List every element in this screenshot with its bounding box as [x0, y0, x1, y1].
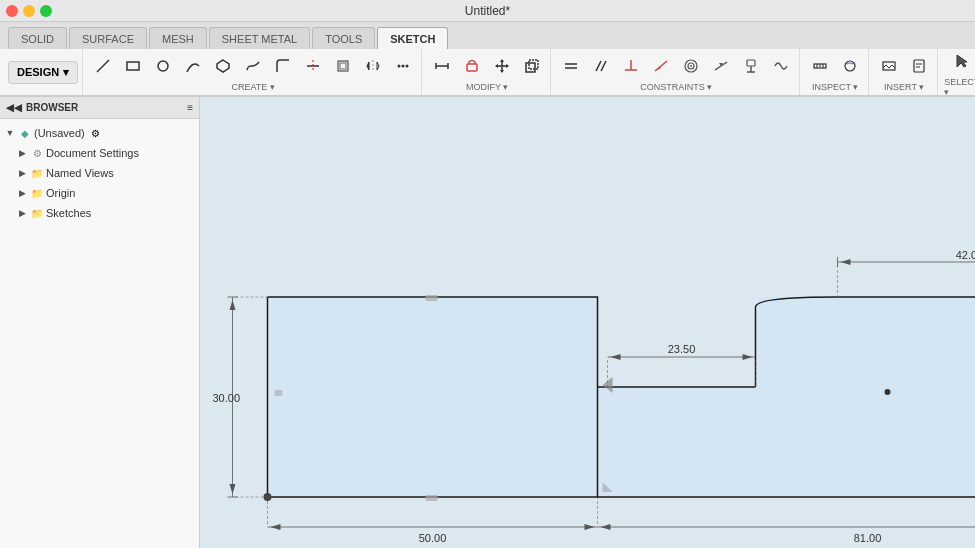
create-tools	[89, 52, 417, 80]
ribbon-group-line-tools: CONSTRAINTS ▾	[553, 49, 800, 95]
tree-item-document-settings[interactable]: ▶ ⚙ Document Settings	[0, 143, 199, 163]
rectangle-tool[interactable]	[119, 52, 147, 80]
title-bar: Untitled*	[0, 0, 975, 22]
more-create-tool[interactable]	[389, 52, 417, 80]
browser-header: ◀◀ BROWSER ≡	[0, 97, 199, 119]
svg-marker-50	[268, 297, 976, 497]
move-tool[interactable]	[488, 52, 516, 80]
ribbon: DESIGN ▾	[0, 49, 975, 96]
modify-label: MODIFY ▾	[466, 82, 508, 92]
measure-tool[interactable]	[806, 52, 834, 80]
tree-item-named-views[interactable]: ▶ 📁 Named Views	[0, 163, 199, 183]
concentric-tool[interactable]	[677, 52, 705, 80]
canvas-area[interactable]: 42.00 30.00 30.00 23.50	[200, 97, 975, 548]
origin-icon: 📁	[30, 186, 44, 200]
trim-tool[interactable]	[299, 52, 327, 80]
svg-rect-22	[526, 63, 535, 72]
collinear-tool[interactable]	[647, 52, 675, 80]
arc-tool[interactable]	[179, 52, 207, 80]
select-tool[interactable]	[948, 47, 975, 75]
perpendicular-tool[interactable]	[617, 52, 645, 80]
window-title: Untitled*	[465, 4, 510, 18]
dim-top: 42.00	[956, 249, 975, 261]
dim-left-vertical: 30.00	[213, 392, 241, 404]
ribbon-group-insert: INSERT ▾	[871, 49, 938, 95]
tree-item-origin[interactable]: ▶ 📁 Origin	[0, 183, 199, 203]
svg-rect-46	[914, 60, 924, 72]
tab-tools[interactable]: TOOLS	[312, 27, 375, 49]
svg-marker-49	[957, 55, 967, 67]
circle-tool[interactable]	[149, 52, 177, 80]
fix-tool[interactable]	[737, 52, 765, 80]
offset-tool[interactable]	[329, 52, 357, 80]
tab-row: SOLID SURFACE MESH SHEET METAL TOOLS SKE…	[0, 22, 975, 49]
tab-surface[interactable]: SURFACE	[69, 27, 147, 49]
zebra-tool[interactable]	[836, 52, 864, 80]
insert-image-tool[interactable]	[875, 52, 903, 80]
parallel-tool[interactable]	[587, 52, 615, 80]
svg-marker-65	[841, 259, 851, 265]
root-label: (Unsaved)	[34, 127, 85, 139]
svg-marker-89	[271, 524, 281, 530]
svg-line-30	[655, 61, 667, 71]
insert-svg-tool[interactable]	[905, 52, 933, 80]
sketch-svg: 42.00 30.00 30.00 23.50	[200, 97, 975, 548]
constraint-tool[interactable]	[458, 52, 486, 80]
dimension-tool[interactable]	[428, 52, 456, 80]
select-tools	[948, 47, 975, 75]
root-settings-icon: ⚙	[91, 128, 100, 139]
design-button[interactable]: DESIGN ▾	[8, 61, 78, 84]
create-label: CREATE ▾	[232, 82, 275, 92]
svg-marker-84	[611, 354, 621, 360]
mirror-tool[interactable]	[359, 52, 387, 80]
sketches-icon: 📁	[30, 206, 44, 220]
origin-label: Origin	[46, 187, 75, 199]
svg-line-27	[601, 61, 606, 71]
svg-marker-85	[743, 354, 753, 360]
ribbon-group-design: DESIGN ▾	[4, 49, 83, 95]
minimize-button[interactable]	[23, 5, 35, 17]
svg-rect-55	[426, 295, 438, 301]
tab-sheetmetal[interactable]: SHEET METAL	[209, 27, 310, 49]
svg-point-53	[885, 389, 891, 395]
svg-rect-7	[340, 63, 346, 69]
tab-solid[interactable]: SOLID	[8, 27, 67, 49]
spline-tool[interactable]	[239, 52, 267, 80]
line-tool[interactable]	[89, 52, 117, 80]
svg-line-0	[97, 60, 109, 72]
svg-marker-21	[506, 64, 509, 68]
svg-point-11	[406, 65, 409, 68]
copy-tool[interactable]	[518, 52, 546, 80]
tab-sketch[interactable]: SKETCH	[377, 27, 448, 49]
svg-rect-23	[529, 60, 538, 69]
svg-marker-18	[500, 59, 504, 62]
svg-marker-80	[230, 484, 236, 494]
svg-rect-15	[467, 64, 477, 71]
fillet-tool[interactable]	[269, 52, 297, 80]
svg-rect-37	[747, 60, 755, 66]
tab-mesh[interactable]: MESH	[149, 27, 207, 49]
select-label: SELECT ▾	[944, 77, 975, 97]
smooth-tool[interactable]	[767, 52, 795, 80]
browser-expand-icon[interactable]: ◀◀	[6, 102, 22, 113]
browser-options-icon[interactable]: ≡	[187, 102, 193, 113]
root-arrow: ▼	[4, 128, 16, 138]
polygon-tool[interactable]	[209, 52, 237, 80]
svg-point-9	[398, 65, 401, 68]
svg-marker-79	[230, 300, 236, 310]
svg-marker-20	[495, 64, 498, 68]
maximize-button[interactable]	[40, 5, 52, 17]
tree-item-root[interactable]: ▼ ◆ (Unsaved) ⚙	[0, 123, 199, 143]
inspect-tools	[806, 52, 864, 80]
dim-bottom-right: 81.00	[854, 532, 882, 544]
equal-tool[interactable]	[557, 52, 585, 80]
tree-item-sketches[interactable]: ▶ 📁 Sketches	[0, 203, 199, 223]
midpoint-tool[interactable]	[707, 52, 735, 80]
svg-marker-19	[500, 70, 504, 73]
ribbon-group-select: SELECT ▾	[940, 49, 975, 95]
svg-marker-90	[585, 524, 595, 530]
ribbon-group-inspect: INSPECT ▾	[802, 49, 869, 95]
design-label: DESIGN	[17, 66, 59, 78]
doc-settings-label: Document Settings	[46, 147, 139, 159]
close-button[interactable]	[6, 5, 18, 17]
